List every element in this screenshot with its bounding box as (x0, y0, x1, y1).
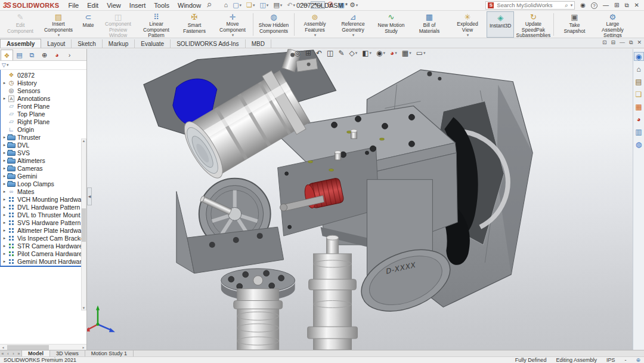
expand-arrow-icon[interactable]: ▸ (2, 143, 7, 147)
expand-arrow-icon[interactable]: ▸ (2, 166, 7, 171)
file-explorer-icon[interactable]: ❏ (634, 90, 644, 99)
rebuild-traffic-light-button[interactable]: ⦿ (325, 2, 336, 8)
assembly-features-button[interactable]: ⊚ Assembly Features ▾ (296, 11, 334, 38)
expand-arrow-icon[interactable]: ▸ (2, 220, 7, 225)
smart-fasteners-button[interactable]: ✠ Smart Fasteners (175, 11, 213, 38)
model-assembly[interactable]: D-XXXX (144, 49, 532, 350)
last-tab-button[interactable]: » (16, 352, 21, 356)
new-document-button[interactable]: ▢ ▾ (230, 2, 244, 8)
tab-sketch[interactable]: Sketch (72, 39, 103, 48)
view-settings-icon[interactable]: ▭ ▾ (416, 50, 426, 57)
featuremanager-tab[interactable]: ❖ (1, 50, 13, 60)
tree-item[interactable]: ▸ SVS (1, 149, 86, 156)
search-icon[interactable]: ⌕ (565, 2, 568, 9)
close-document-icon[interactable]: ✕ (637, 39, 642, 45)
tree-item[interactable]: ▸ Thruster (1, 133, 86, 141)
propertymanager-tab[interactable]: ▤ (13, 50, 26, 60)
expand-arrow-icon[interactable]: ▸ (2, 259, 7, 264)
scroll-up-icon[interactable]: ▲ (82, 139, 86, 143)
tree-filter[interactable]: ▽ ▾ (0, 61, 86, 70)
scroll-right-icon[interactable]: ▸ (80, 345, 86, 349)
tree-item-root[interactable]: 02872 (1, 71, 86, 79)
view-orientation-icon[interactable]: ◇ ▾ (349, 50, 357, 57)
prev-tab-button[interactable]: ‹ (5, 352, 11, 356)
expand-arrow-icon[interactable]: ▸ (2, 244, 7, 248)
take-snapshot-button[interactable]: ▣ Take Snapshot (555, 11, 593, 38)
menu-insert[interactable]: Insert (125, 2, 150, 9)
menu-edit[interactable]: Edit (83, 2, 103, 9)
search-box[interactable]: S ⌕ ▾ (485, 1, 575, 10)
expand-arrow-icon[interactable]: ▸ (2, 205, 7, 210)
tree-item[interactable]: ▸ History (1, 79, 86, 87)
exploded-view-button[interactable]: ✳ Exploded View ▾ (448, 11, 487, 38)
expand-arrow-icon[interactable]: ▸ (2, 197, 7, 202)
redo-button[interactable]: ↷ ▾ (298, 2, 311, 8)
edit-appearance-icon[interactable]: ◕ ▾ (390, 50, 397, 57)
tree-horizontal-scrollbar[interactable]: ◂ ▸ (0, 344, 86, 350)
first-tab-button[interactable]: « (0, 352, 5, 356)
hide-show-items-icon[interactable]: ◉ ▾ (376, 50, 385, 57)
section-view-icon[interactable]: ◫ (327, 50, 333, 57)
custom-properties-icon[interactable]: ▥ (634, 127, 644, 136)
zoom-to-fit-icon[interactable]: ◎ (294, 50, 300, 57)
tree-item[interactable]: ▸ SVS Hardware Pattern (1, 219, 86, 226)
pedestal-stack[interactable] (221, 269, 295, 350)
tree-item[interactable]: ▸ DVL to Thruster Mount Hardware Pat (1, 211, 86, 219)
tab-layout[interactable]: Layout (41, 39, 72, 48)
edit-component-button[interactable]: ✎ Edit Component (1, 11, 39, 38)
mate-button[interactable]: ⊂ Mate (78, 11, 99, 38)
minimize-window-icon[interactable]: — (603, 2, 609, 8)
view-palette-icon[interactable]: ▦ (634, 102, 644, 111)
home-button[interactable]: ⌂ (221, 2, 230, 8)
tab-assembly[interactable]: Assembly (0, 39, 41, 48)
expand-arrow-icon[interactable]: ▸ (2, 81, 7, 85)
panel-collapse-handle[interactable]: ◀ (87, 187, 92, 205)
displaymanager-tab[interactable]: ◕ (51, 50, 63, 60)
apps-grid-icon[interactable]: ⊞ (614, 2, 619, 8)
tree-item[interactable]: ▸ Loop Clamps (1, 180, 86, 187)
open-document-button[interactable]: ❏ ▾ (244, 2, 257, 8)
design-library-icon[interactable]: ▤ (634, 77, 644, 86)
next-tab-button[interactable]: › (11, 352, 16, 356)
forum-icon[interactable]: ◍ (634, 140, 644, 149)
expand-arrow-icon[interactable]: ▸ (2, 174, 7, 179)
tree-item[interactable]: Origin (1, 125, 86, 133)
tree-item[interactable]: Right Plane (1, 118, 86, 125)
select-button[interactable]: ↖ ▾ (311, 1, 325, 9)
close-window-icon[interactable]: ✕ (634, 2, 639, 8)
minimize-document-icon[interactable]: — (620, 39, 625, 45)
save-button[interactable]: ◫ ▾ (257, 2, 271, 8)
new-motion-study-button[interactable]: ∿ New Motion Study (372, 11, 410, 38)
instant3d-button[interactable]: ◈ Instant3D (487, 11, 514, 38)
user-account-icon[interactable]: ◉ (580, 2, 586, 8)
solidworks-resources-icon[interactable]: ◉ (634, 52, 644, 61)
expand-arrow-icon[interactable]: ▸ (2, 182, 7, 186)
bottom-tab-3d-views[interactable]: 3D Views (50, 350, 85, 356)
tree-item[interactable]: ▸ Pilot Camera Hardware (1, 250, 86, 257)
expand-arrow-icon[interactable]: ▸ (2, 251, 7, 256)
update-speedpak-button[interactable]: ↻ Update SpeedPak Subassemblies (514, 11, 552, 38)
tile-document-icon[interactable]: ⊟ (611, 39, 615, 45)
tree-item[interactable]: ▸ STR Camera Hardware Pattern 1 (1, 242, 86, 250)
tab-markup[interactable]: Markup (103, 39, 135, 48)
configurationmanager-tab[interactable]: ⧉ (26, 50, 38, 60)
component-preview-window-button[interactable]: ◫ Component Preview Window (99, 11, 137, 38)
model-canvas[interactable]: D-XXXX (87, 49, 633, 350)
expand-arrow-icon[interactable]: ▸ (2, 236, 7, 241)
menu-window[interactable]: Window (174, 2, 205, 9)
appearances-icon[interactable]: ◕ (634, 115, 644, 124)
insert-components-button[interactable]: ▤ Insert Components ▾ (39, 11, 78, 38)
tree-item[interactable]: ▸ Cameras (1, 164, 86, 172)
tree-item[interactable]: Front Plane (1, 102, 86, 110)
menu-view[interactable]: View (103, 2, 125, 9)
large-assembly-settings-button[interactable]: ⚙ Large Assembly Settings (593, 11, 631, 38)
home-icon[interactable]: ⌂ (634, 64, 644, 73)
scroll-left-icon[interactable]: ◂ (0, 345, 6, 349)
tree-item[interactable]: ▸ DVL Hardware Pattern (1, 203, 86, 211)
tree-item[interactable]: ▸ Gemini (1, 172, 86, 180)
dimxpertmanager-tab[interactable]: ⊕ (38, 50, 51, 60)
expand-arrow-icon[interactable]: ▸ (2, 150, 7, 155)
reference-geometry-button[interactable]: ⊿ Reference Geometry ▾ (334, 11, 372, 38)
apply-scene-icon[interactable]: ▦ ▾ (402, 50, 411, 57)
tree-item[interactable]: ▸ Annotations (1, 94, 86, 102)
